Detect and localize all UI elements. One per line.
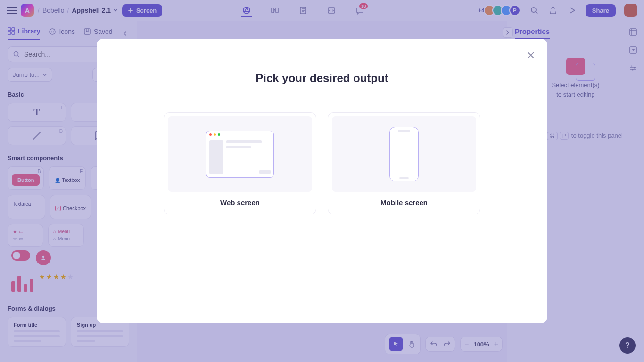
mobile-preview (332, 116, 476, 192)
option-web-screen[interactable]: Web screen (164, 112, 316, 214)
modal-title: Pick your desired output (116, 72, 528, 85)
option-mobile-screen[interactable]: Mobile screen (328, 112, 480, 214)
close-modal-button[interactable] (526, 50, 536, 60)
output-picker-modal: Pick your desired output Web screen (97, 39, 547, 323)
close-icon (526, 50, 536, 60)
option-web-label: Web screen (168, 198, 312, 206)
option-mobile-label: Mobile screen (332, 198, 476, 206)
web-preview (168, 116, 312, 192)
modal-overlay[interactable]: Pick your desired output Web screen (0, 0, 644, 362)
